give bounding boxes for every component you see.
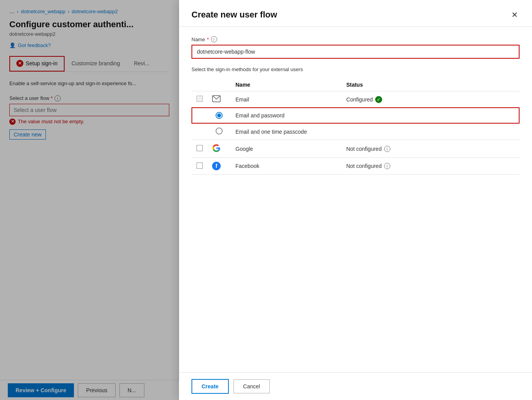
email-otp-name: Email and one time passcode bbox=[231, 123, 519, 140]
email-status-text: Configured bbox=[346, 96, 373, 103]
email-checkbox-cell[interactable] bbox=[192, 91, 207, 108]
name-field-group: Name * i bbox=[191, 36, 520, 59]
facebook-icon-cell: f bbox=[207, 158, 231, 175]
table-row-email: Email Configured ✓ bbox=[192, 91, 519, 108]
facebook-not-configured-icon[interactable]: i bbox=[384, 163, 390, 169]
table-row-facebook: f Facebook Not configured i bbox=[192, 158, 519, 175]
facebook-status-text: Not configured bbox=[346, 163, 382, 169]
facebook-name: Facebook bbox=[231, 158, 342, 175]
modal-close-button[interactable]: ✕ bbox=[510, 9, 520, 20]
create-button[interactable]: Create bbox=[191, 379, 229, 394]
email-otp-checkbox-cell bbox=[192, 123, 207, 140]
google-not-configured-icon[interactable]: i bbox=[384, 146, 390, 152]
email-password-checkbox-cell bbox=[192, 108, 207, 123]
email-password-radio-cell[interactable] bbox=[207, 108, 231, 123]
col-name: Name bbox=[231, 79, 342, 91]
cancel-button[interactable]: Cancel bbox=[234, 379, 270, 393]
name-label: Name * i bbox=[191, 36, 520, 42]
google-checkbox[interactable] bbox=[197, 145, 203, 151]
modal-title: Create new user flow bbox=[191, 10, 277, 20]
name-info-icon[interactable]: i bbox=[211, 36, 217, 42]
configured-icon: ✓ bbox=[375, 96, 382, 103]
email-otp-radio-cell[interactable] bbox=[207, 123, 231, 140]
col-status: Status bbox=[342, 79, 519, 91]
methods-table: Name Status Email bbox=[191, 79, 520, 175]
google-icon bbox=[212, 144, 221, 152]
modal-body: Name * i Select the sign-in methods for … bbox=[179, 27, 532, 372]
facebook-checkbox-cell[interactable] bbox=[192, 158, 207, 175]
email-icon-cell bbox=[207, 91, 231, 108]
email-otp-radio[interactable] bbox=[216, 128, 223, 134]
table-row-google: Google Not configured i bbox=[192, 140, 519, 158]
email-checkbox[interactable] bbox=[197, 96, 203, 102]
facebook-checkbox[interactable] bbox=[197, 162, 203, 169]
email-password-name: Email and password bbox=[231, 108, 519, 123]
facebook-icon: f bbox=[212, 162, 221, 170]
table-row-email-otp[interactable]: Email and one time passcode bbox=[192, 123, 519, 140]
name-required: * bbox=[207, 37, 209, 42]
modal-footer: Create Cancel bbox=[179, 372, 532, 400]
signin-subtitle: Select the sign-in methods for your exte… bbox=[191, 66, 520, 72]
google-status: Not configured i bbox=[342, 140, 519, 158]
google-icon-cell bbox=[207, 140, 231, 158]
table-row-email-password[interactable]: Email and password bbox=[192, 108, 519, 123]
modal-header: Create new user flow ✕ bbox=[179, 0, 532, 27]
email-name-cell: Email bbox=[231, 91, 342, 108]
col-checkbox bbox=[192, 79, 207, 91]
google-status-text: Not configured bbox=[346, 146, 382, 152]
google-name: Google bbox=[231, 140, 342, 158]
email-icon bbox=[212, 95, 221, 102]
name-input[interactable] bbox=[191, 45, 520, 59]
col-icon bbox=[207, 79, 231, 91]
email-status-cell: Configured ✓ bbox=[342, 91, 519, 108]
email-password-radio[interactable] bbox=[216, 112, 223, 119]
modal-panel: Create new user flow ✕ Name * i Select t… bbox=[179, 0, 532, 400]
table-header-row: Name Status bbox=[192, 79, 519, 91]
facebook-status: Not configured i bbox=[342, 158, 519, 175]
google-checkbox-cell[interactable] bbox=[192, 140, 207, 158]
